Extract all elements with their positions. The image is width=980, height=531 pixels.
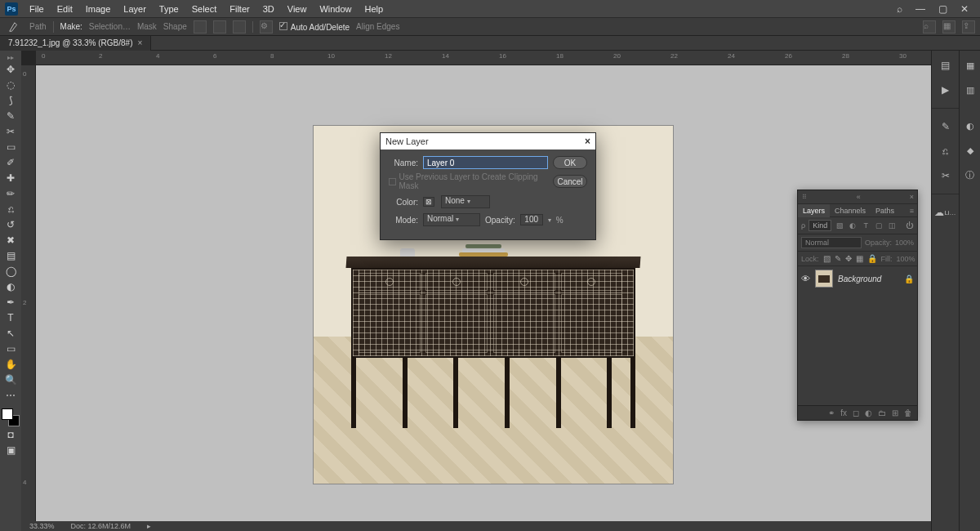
libraries-icon[interactable]: ☁ Li… [938, 206, 953, 219]
mode-select[interactable]: Normal ▾ [423, 213, 480, 226]
ruler-horizontal[interactable] [36, 51, 931, 65]
filter-smart-icon[interactable]: ◫ [887, 221, 897, 230]
menu-window[interactable]: Window [313, 0, 358, 18]
gradient-tool[interactable]: ▤ [2, 248, 20, 263]
lock-pos-icon[interactable]: ✥ [845, 254, 852, 263]
menu-select[interactable]: Select [185, 0, 224, 18]
filter-pixel-icon[interactable]: ▧ [835, 221, 844, 230]
close-button[interactable]: ✕ [954, 0, 975, 18]
menu-3d[interactable]: 3D [256, 0, 281, 18]
quick-select-tool[interactable]: ✎ [2, 109, 20, 123]
tab-paths[interactable]: Paths [871, 204, 899, 217]
adjustment-layer-icon[interactable]: ◐ [865, 408, 872, 417]
filter-shape-icon[interactable]: ▢ [874, 221, 884, 230]
layer-item-background[interactable]: 👁 Background 🔒 [798, 266, 917, 291]
shape-tool[interactable]: ▭ [2, 341, 20, 356]
delete-layer-icon[interactable]: 🗑 [904, 408, 912, 417]
blend-mode-select[interactable]: Normal [801, 237, 862, 248]
properties-panel-icon[interactable]: ⓘ [963, 168, 978, 181]
layer-style-icon[interactable]: fx [840, 408, 847, 417]
panel-drag-handle[interactable]: ⠿ [798, 194, 811, 201]
new-layer-icon[interactable]: ⊞ [892, 408, 898, 417]
clone-source-icon[interactable]: ⎌ [938, 145, 953, 158]
document-tab[interactable]: 7.91232_1.jpg @ 33.3% (RGB/8#) × [0, 36, 151, 51]
minimize-button[interactable]: — [909, 0, 932, 18]
path-arrange-icon[interactable] [233, 20, 246, 33]
crop-tool[interactable]: ✂ [2, 124, 20, 139]
layer-filter-kind[interactable]: Kind [808, 220, 831, 231]
menu-layer[interactable]: Layer [117, 0, 153, 18]
color-swatch-none[interactable]: ⊠ [423, 197, 434, 207]
panel-close[interactable]: × [906, 193, 917, 201]
adjustments-panel-icon[interactable]: ◐ [963, 119, 978, 132]
gear-icon[interactable]: ⚙ [260, 20, 273, 33]
pen-tool[interactable]: ✒ [2, 295, 20, 310]
panel-collapse[interactable]: « [853, 193, 864, 201]
maximize-button[interactable]: ▢ [932, 0, 954, 18]
edit-toolbar[interactable]: ⋯ [2, 388, 20, 403]
color-select[interactable]: None ▾ [441, 195, 490, 208]
lock-trans-icon[interactable]: ▧ [823, 254, 831, 263]
blur-tool[interactable]: ◯ [2, 264, 20, 279]
menu-type[interactable]: Type [153, 0, 185, 18]
color-panel-icon[interactable]: ▦ [963, 59, 978, 72]
zoom-level[interactable]: 33.33% [29, 522, 55, 530]
link-layers-icon[interactable]: ⚭ [828, 408, 835, 417]
opt-mask[interactable]: Mask [137, 22, 157, 31]
opt-shape[interactable]: Shape [163, 22, 187, 31]
menu-view[interactable]: View [281, 0, 314, 18]
menu-help[interactable]: Help [359, 0, 390, 18]
opacity-value[interactable]: 100% [895, 239, 914, 247]
brush-settings-icon[interactable]: ✎ [938, 120, 953, 133]
actions-panel-icon[interactable]: ▶ [938, 83, 953, 96]
stamp-tool[interactable]: ⎌ [2, 202, 20, 216]
visibility-toggle-icon[interactable]: 👁 [801, 274, 810, 283]
ok-button[interactable]: OK [553, 156, 587, 169]
quickmask-tool[interactable]: ◘ [2, 427, 20, 442]
dialog-close-icon[interactable]: × [585, 136, 590, 147]
fill-value[interactable]: 100% [897, 255, 915, 263]
type-tool[interactable]: T [2, 310, 20, 325]
screenmode-tool[interactable]: ▣ [2, 443, 20, 457]
search-docs-icon[interactable]: ⌕ [890, 0, 909, 18]
dialog-titlebar[interactable]: New Layer × [381, 133, 595, 149]
hand-tool[interactable]: ✋ [2, 357, 20, 372]
path-align-icon[interactable] [213, 20, 226, 33]
frame-tool[interactable]: ▭ [2, 140, 20, 154]
path-select-tool[interactable]: ↖ [2, 326, 20, 341]
layer-mask-icon[interactable]: ◻ [853, 408, 859, 417]
opt-align-edges[interactable]: Align Edges [356, 22, 399, 31]
menu-image[interactable]: Image [79, 0, 118, 18]
workspace-icon[interactable]: ▦ [942, 20, 956, 33]
layer-name[interactable]: Background [838, 274, 899, 283]
filter-adjust-icon[interactable]: ◐ [848, 221, 858, 230]
fg-color[interactable] [2, 408, 13, 420]
opt-autoadd[interactable]: Auto Add/Delete [279, 22, 350, 32]
share-icon[interactable]: ⇪ [962, 20, 975, 33]
lasso-tool[interactable]: ⟆ [2, 93, 20, 108]
tab-layers[interactable]: Layers [798, 204, 830, 217]
tab-channels[interactable]: Channels [830, 204, 871, 217]
path-ops-icon[interactable] [194, 20, 207, 33]
lock-paint-icon[interactable]: ✎ [835, 254, 841, 263]
heal-tool[interactable]: ✚ [2, 171, 20, 185]
dodge-tool[interactable]: ◐ [2, 279, 20, 294]
color-swatches[interactable] [2, 408, 20, 426]
swatches-panel-icon[interactable]: ▥ [963, 83, 978, 96]
marquee-tool[interactable]: ◌ [2, 78, 20, 92]
history-brush-tool[interactable]: ↺ [2, 217, 20, 232]
zoom-tool[interactable]: 🔍 [2, 373, 20, 387]
panel-menu-icon[interactable]: ≡ [906, 207, 917, 215]
toolbox-expand[interactable]: ▸▸ [0, 54, 21, 61]
doc-size[interactable]: Doc: 12.6M/12.6M [71, 522, 131, 530]
ruler-vertical[interactable] [21, 65, 36, 531]
move-tool[interactable]: ✥ [2, 62, 20, 77]
filter-type-icon[interactable]: T [861, 221, 871, 230]
menu-filter[interactable]: Filter [223, 0, 256, 18]
search-icon[interactable]: ⌕ [923, 20, 936, 33]
eyedropper-tool[interactable]: ✐ [2, 155, 20, 170]
close-tab-icon[interactable]: × [137, 36, 142, 51]
group-icon[interactable]: 🗀 [878, 408, 886, 417]
filter-toggle-icon[interactable]: ⏻ [904, 221, 914, 230]
eraser-tool[interactable]: ✖ [2, 233, 20, 248]
